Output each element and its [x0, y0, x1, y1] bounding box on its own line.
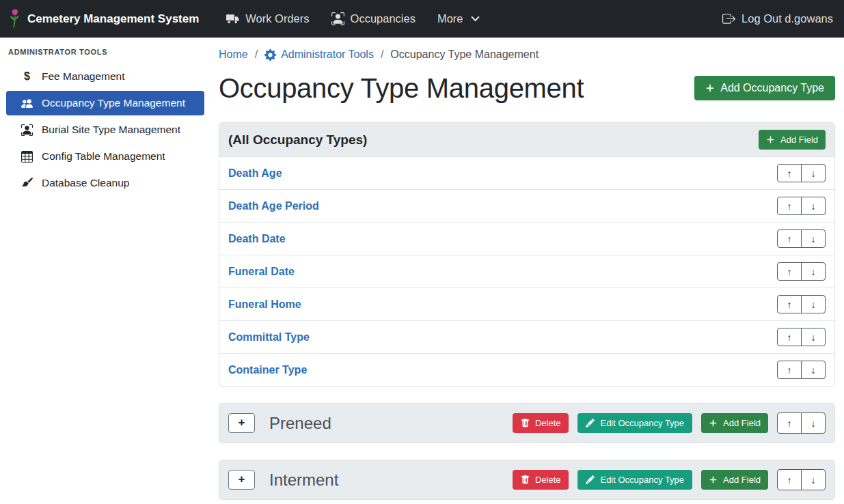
arrow-down-icon: ↓ — [811, 475, 816, 486]
field-link[interactable]: Funeral Home — [228, 298, 301, 311]
sidebar-item-burial-site-type-management[interactable]: Burial Site Type Management — [6, 117, 204, 142]
move-down-button[interactable]: ↓ — [801, 412, 826, 434]
move-up-button[interactable]: ↑ — [777, 328, 802, 346]
breadcrumb-home[interactable]: Home — [219, 48, 248, 61]
field-row: Death Date ↑ ↓ — [219, 223, 834, 255]
arrow-down-icon: ↓ — [811, 332, 816, 343]
nav-label: More — [437, 12, 463, 25]
move-up-button[interactable]: ↑ — [777, 361, 802, 379]
nav-more[interactable]: More — [426, 0, 491, 38]
pencil-icon — [586, 475, 595, 484]
reorder-buttons: ↑ ↓ — [777, 197, 826, 215]
sidebar-item-occupancy-type-management[interactable]: Occupancy Type Management — [6, 91, 204, 115]
edit-occupancy-type-button[interactable]: Edit Occupancy Type — [577, 470, 692, 490]
field-link[interactable]: Death Age Period — [228, 200, 319, 212]
field-row: Funeral Home ↑ ↓ — [219, 288, 834, 321]
occupancy-type-card-preneed: + Preneed Delete Edit Occupancy Type — [219, 403, 835, 443]
field-row: Death Age Period ↑ ↓ — [219, 190, 834, 223]
main-nav: Work Orders Occupancies More — [215, 0, 490, 38]
nav-occupancies[interactable]: Occupancies — [321, 0, 426, 38]
move-down-button[interactable]: ↓ — [801, 229, 826, 248]
edit-occupancy-type-button[interactable]: Edit Occupancy Type — [577, 413, 692, 433]
arrow-up-icon: ↑ — [787, 418, 792, 429]
sidebar: ADMINISTRATOR TOOLS $ Fee Management Occ… — [0, 38, 210, 504]
plus-icon — [705, 83, 715, 93]
move-down-button[interactable]: ↓ — [801, 164, 826, 182]
move-down-button[interactable]: ↓ — [801, 262, 826, 281]
field-link[interactable]: Container Type — [228, 364, 307, 376]
occupancy-type-title: Interment — [269, 471, 338, 490]
field-link[interactable]: Death Date — [228, 233, 286, 245]
move-down-button[interactable]: ↓ — [801, 469, 826, 490]
arrow-up-icon: ↑ — [787, 332, 792, 343]
breadcrumb-administrator-tools[interactable]: Administrator Tools — [264, 48, 374, 61]
add-field-button[interactable]: Add Field — [759, 130, 826, 150]
add-field-button[interactable]: Add Field — [701, 413, 768, 433]
move-up-button[interactable]: ↑ — [777, 469, 802, 490]
truck-icon — [226, 12, 239, 25]
move-down-button[interactable]: ↓ — [801, 295, 826, 313]
flower-logo-icon[interactable] — [8, 9, 21, 29]
sidebar-item-database-cleanup[interactable]: Database Cleanup — [6, 171, 204, 195]
sidebar-item-label: Fee Management — [42, 70, 125, 83]
breadcrumb-separator: / — [381, 48, 383, 61]
move-up-button[interactable]: ↑ — [777, 412, 802, 434]
arrow-down-icon: ↓ — [811, 418, 816, 429]
move-down-button[interactable]: ↓ — [801, 361, 826, 379]
sidebar-item-label: Config Table Management — [42, 150, 165, 163]
page-title: Occupancy Type Management — [219, 72, 584, 104]
add-occupancy-type-button[interactable]: Add Occupancy Type — [694, 76, 835, 100]
main-content: Home / Administrator Tools / Occupancy T… — [210, 38, 844, 504]
reorder-buttons: ↑ ↓ — [777, 361, 826, 379]
sidebar-heading: ADMINISTRATOR TOOLS — [0, 42, 210, 64]
logout-label: Log Out d.gowans — [741, 12, 833, 25]
move-up-button[interactable]: ↑ — [777, 197, 802, 215]
field-row: Death Age ↑ ↓ — [219, 157, 834, 190]
sidebar-item-config-table-management[interactable]: Config Table Management — [6, 144, 204, 169]
people-icon — [21, 98, 33, 109]
occupancy-type-card-interment: + Interment Delete Edit Occupancy Type — [219, 460, 835, 500]
nav-label: Occupancies — [351, 12, 416, 25]
move-up-button[interactable]: ↑ — [777, 262, 802, 281]
arrow-down-icon: ↓ — [811, 168, 816, 179]
delete-button[interactable]: Delete — [513, 413, 569, 433]
field-row: Container Type ↑ ↓ — [219, 354, 834, 386]
app-title[interactable]: Cemetery Management System — [27, 12, 199, 26]
delete-button[interactable]: Delete — [513, 470, 569, 490]
reorder-buttons: ↑ ↓ — [777, 164, 826, 182]
sidebar-item-label: Burial Site Type Management — [42, 124, 180, 136]
arrow-up-icon: ↑ — [787, 234, 792, 244]
sidebar-item-label: Occupancy Type Management — [42, 97, 185, 109]
arrow-down-icon: ↓ — [811, 266, 816, 277]
breadcrumb: Home / Administrator Tools / Occupancy T… — [219, 48, 835, 61]
plus-icon — [709, 419, 718, 428]
move-up-button[interactable]: ↑ — [777, 295, 802, 313]
expand-button[interactable]: + — [228, 413, 255, 433]
top-navbar: Cemetery Management System Work Orders — [0, 0, 844, 38]
logout-link[interactable]: Log Out d.gowans — [711, 0, 833, 38]
table-icon — [21, 151, 33, 163]
dollar-icon: $ — [21, 71, 33, 82]
occupancy-type-title: Preneed — [269, 414, 331, 433]
plus-icon — [766, 135, 775, 144]
field-link[interactable]: Death Age — [228, 167, 282, 180]
arrow-up-icon: ↑ — [787, 168, 792, 179]
sidebar-item-fee-management[interactable]: $ Fee Management — [6, 64, 204, 89]
move-up-button[interactable]: ↑ — [777, 229, 802, 248]
reorder-buttons: ↑ ↓ — [777, 412, 826, 434]
trash-icon — [521, 475, 530, 484]
field-link[interactable]: Committal Type — [228, 331, 310, 344]
reorder-buttons: ↑ ↓ — [777, 262, 826, 281]
field-row: Committal Type ↑ ↓ — [219, 321, 834, 354]
move-down-button[interactable]: ↓ — [801, 328, 826, 346]
nav-work-orders[interactable]: Work Orders — [215, 0, 320, 38]
plus-icon: + — [239, 416, 245, 430]
expand-button[interactable]: + — [228, 470, 255, 490]
add-field-button[interactable]: Add Field — [701, 470, 768, 490]
field-link[interactable]: Funeral Date — [228, 266, 295, 278]
all-occupancy-types-card: (All Occupancy Types) Add Field Death Ag… — [219, 122, 835, 387]
arrow-down-icon: ↓ — [811, 299, 816, 310]
move-down-button[interactable]: ↓ — [801, 197, 826, 215]
move-up-button[interactable]: ↑ — [777, 164, 802, 182]
nav-label: Work Orders — [245, 12, 309, 25]
